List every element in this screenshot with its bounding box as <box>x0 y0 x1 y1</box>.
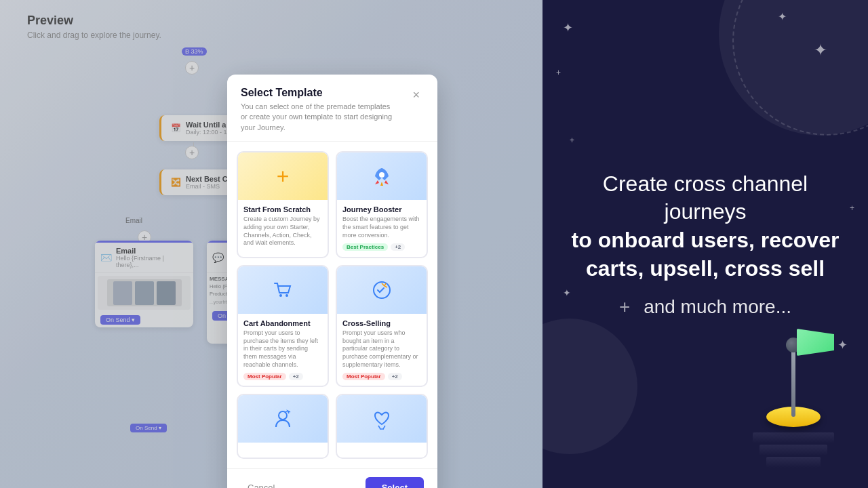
template-thumb-winback <box>238 395 328 443</box>
template-name-scratch: Start From Scratch <box>243 205 322 214</box>
template-thumb-booster <box>337 152 427 200</box>
template-card-scratch[interactable]: + Start From Scratch Create a custom Jou… <box>237 151 329 258</box>
cart-tag-popular: Most Popular <box>243 373 286 380</box>
booster-tag-best: Best Practices <box>342 243 388 251</box>
template-card-booster[interactable]: Journey Booster Boost the engagements wi… <box>336 151 428 258</box>
right-content: Create cross channel journeys to onboard… <box>542 143 868 345</box>
template-name-cart: Cart Abandonment <box>243 319 322 327</box>
template-card-cross[interactable]: Cross-Selling Prompt your users who boug… <box>336 265 428 387</box>
template-thumb-cart <box>238 266 328 314</box>
template-thumb-cross <box>337 266 427 314</box>
template-desc-booster: Boost the engagements with the smart fea… <box>342 216 421 239</box>
template-info-booster: Journey Booster Boost the engagements wi… <box>337 200 427 256</box>
modal-footer: Cancel Select <box>227 468 437 488</box>
svg-point-2 <box>285 294 288 297</box>
winback-icon <box>269 405 296 432</box>
template-desc-scratch: Create a custom Journey by adding your o… <box>243 216 322 247</box>
star-1: ✦ <box>563 20 573 35</box>
template-name-cross: Cross-Selling <box>342 319 421 327</box>
star-4: + <box>556 68 561 77</box>
cross-tag-popular: Most Popular <box>342 373 385 380</box>
template-thumb-loyalty <box>337 395 427 443</box>
headline-line3: carts, upsell, cross sell <box>586 256 825 281</box>
3d-illustration <box>739 332 848 468</box>
cart-icon <box>269 277 296 304</box>
modal-header: Select Template You can select one of th… <box>227 75 437 142</box>
template-info-cross: Cross-Selling Prompt your users who boug… <box>337 314 427 386</box>
deco-dashed-circle <box>732 0 868 136</box>
svg-point-0 <box>379 172 384 178</box>
svg-point-4 <box>279 411 287 420</box>
template-info-winback <box>238 443 328 458</box>
right-sub-text: and much more... <box>644 296 791 317</box>
template-name-booster: Journey Booster <box>342 205 421 214</box>
loyalty-icon <box>368 405 395 432</box>
right-subtext: + and much more... <box>570 296 841 318</box>
booster-tag-count: +2 <box>391 243 405 251</box>
template-thumb-scratch: + <box>238 152 328 200</box>
modal-close-button[interactable]: × <box>408 87 424 104</box>
template-card-winback[interactable] <box>237 394 329 459</box>
template-card-cart[interactable]: Cart Abandonment Prompt your users to pu… <box>237 265 329 387</box>
template-info-cart: Cart Abandonment Prompt your users to pu… <box>238 314 328 386</box>
left-panel: Preview Click and drag to explore the jo… <box>0 0 542 488</box>
select-template-modal: Select Template You can select one of th… <box>227 75 437 488</box>
modal-title: Select Template <box>241 87 397 99</box>
headline-line1: Create cross channel journeys <box>603 171 808 224</box>
template-info-scratch: Start From Scratch Create a custom Journ… <box>238 200 328 257</box>
svg-point-1 <box>279 294 282 297</box>
template-info-loyalty <box>337 443 427 458</box>
template-desc-cross: Prompt your users who bought an item in … <box>342 329 421 369</box>
template-tags-booster: Best Practices +2 <box>342 243 421 251</box>
modal-body: + Start From Scratch Create a custom Jou… <box>227 142 437 468</box>
template-desc-cart: Prompt your users to purchase the items … <box>243 329 322 369</box>
template-tags-cross: Most Popular +2 <box>342 373 421 380</box>
right-panel: ✦ ✦ ✦ + + ✦ ✦ + Create cross channel jou… <box>542 0 868 488</box>
booster-rocket-icon <box>368 163 395 190</box>
select-button[interactable]: Select <box>366 477 424 488</box>
modal-description: You can select one of the premade templa… <box>241 102 397 133</box>
cancel-button[interactable]: Cancel <box>241 479 281 488</box>
right-headline: Create cross channel journeys to onboard… <box>570 170 841 283</box>
cross-tag-count: +2 <box>388 373 402 380</box>
cross-sell-icon <box>368 277 395 304</box>
cart-tag-count: +2 <box>289 373 303 380</box>
scratch-plus-icon: + <box>277 164 290 189</box>
modal-overlay: Select Template You can select one of th… <box>0 0 542 488</box>
headline-line2: to onboard users, recover <box>572 228 840 252</box>
template-card-loyalty[interactable] <box>336 394 428 459</box>
template-tags-cart: Most Popular +2 <box>243 373 322 380</box>
